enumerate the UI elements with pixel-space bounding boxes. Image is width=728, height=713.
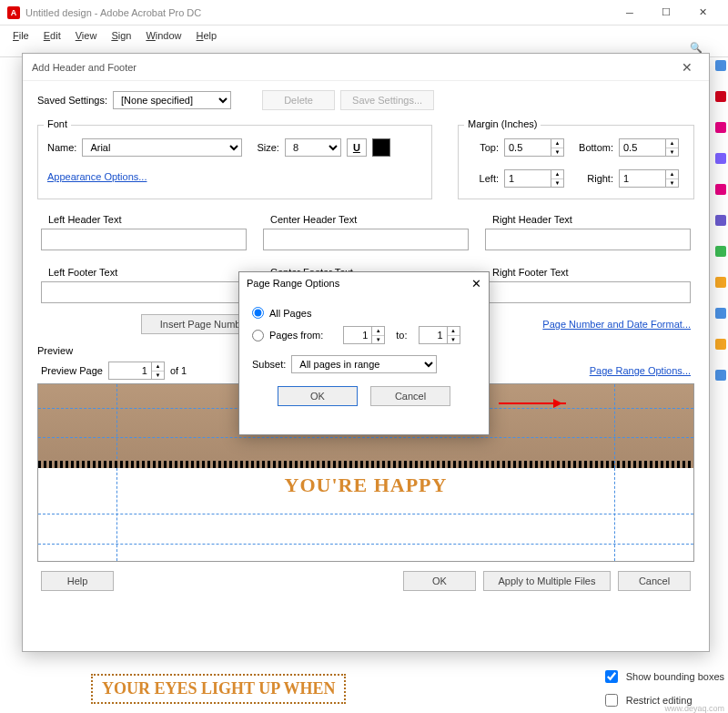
right-footer-label: Right Footer Text — [485, 267, 691, 278]
page-range-ok-button[interactable]: OK — [278, 386, 358, 406]
tool-icon[interactable] — [715, 184, 726, 195]
menu-window[interactable]: Window — [138, 28, 188, 43]
tool-icon[interactable] — [715, 122, 726, 133]
font-name-label: Name: — [47, 142, 76, 153]
menu-help[interactable]: Help — [189, 28, 225, 43]
font-color-button[interactable] — [372, 138, 390, 157]
menu-file[interactable]: File — [5, 28, 36, 43]
left-footer-input[interactable] — [41, 281, 247, 303]
pages-from-label: Pages from: — [269, 330, 323, 341]
margin-legend: Margin (Inches) — [464, 118, 541, 129]
tool-icon[interactable] — [715, 339, 726, 350]
all-pages-radio[interactable] — [252, 307, 264, 319]
pages-from-radio[interactable] — [252, 330, 264, 341]
pages-to-label: to: — [396, 330, 407, 341]
margin-right-label: Right: — [570, 173, 613, 184]
dialog-title: Add Header and Footer — [32, 62, 136, 73]
close-window-button[interactable]: ✕ — [684, 0, 721, 25]
menu-sign[interactable]: Sign — [104, 28, 138, 43]
show-bounding-checkbox[interactable]: Show bounding boxes — [602, 667, 724, 686]
menu-view[interactable]: View — [68, 28, 105, 43]
page-range-title: Page Range Options — [247, 278, 339, 289]
all-pages-label: All Pages — [269, 308, 311, 319]
spinner[interactable]: ▲▼ — [448, 326, 460, 344]
tool-icon[interactable] — [715, 91, 726, 102]
page-number-format-link[interactable]: Page Number and Date Format... — [542, 319, 691, 330]
left-header-label: Left Header Text — [41, 214, 247, 225]
margin-bottom-input[interactable] — [619, 138, 666, 157]
margin-left-input[interactable] — [504, 169, 551, 188]
tool-icon[interactable] — [715, 308, 726, 319]
left-footer-label: Left Footer Text — [41, 267, 247, 278]
subset-label: Subset: — [252, 359, 286, 370]
underline-button[interactable]: U — [347, 138, 367, 157]
tool-icon[interactable] — [715, 215, 726, 226]
preview-page-input[interactable] — [108, 362, 152, 380]
page-range-cancel-button[interactable]: Cancel — [370, 386, 450, 406]
tool-icon[interactable] — [715, 153, 726, 164]
margin-bottom-label: Bottom: — [570, 142, 613, 153]
help-button[interactable]: Help — [41, 571, 114, 591]
watermark: www.deyaq.com — [664, 704, 724, 713]
spinner[interactable]: ▲▼ — [551, 169, 564, 188]
right-footer-input[interactable] — [485, 281, 691, 303]
spinner[interactable]: ▲▼ — [152, 362, 165, 380]
right-header-label: Right Header Text — [485, 214, 691, 225]
page-range-options-link[interactable]: Page Range Options... — [590, 365, 691, 376]
spinner[interactable]: ▲▼ — [666, 169, 679, 188]
appearance-options-link[interactable]: Appearance Options... — [47, 171, 147, 182]
left-header-input[interactable] — [41, 229, 247, 250]
margin-right-input[interactable] — [619, 169, 666, 188]
page-range-dialog: Page Range Options ✕ All Pages Pages fro… — [238, 271, 490, 435]
tool-icon[interactable] — [715, 60, 726, 71]
annotation-arrow-icon — [499, 402, 566, 404]
close-dialog-button[interactable]: ✕ — [674, 56, 700, 78]
margin-top-label: Top: — [468, 142, 499, 153]
acrobat-logo-icon: A — [7, 6, 20, 19]
minimize-button[interactable]: ─ — [612, 0, 648, 25]
maximize-button[interactable]: ☐ — [648, 0, 684, 25]
preview-content-text: YOU'RE HAPPY — [285, 474, 448, 497]
right-tool-panel — [713, 56, 728, 603]
saved-settings-select[interactable]: [None specified] — [113, 91, 231, 109]
pages-to-input[interactable] — [419, 326, 448, 344]
window-title: Untitled design - Adobe Acrobat Pro DC — [25, 7, 201, 18]
save-settings-button: Save Settings... — [340, 90, 434, 110]
titlebar: A Untitled design - Adobe Acrobat Pro DC… — [0, 0, 728, 25]
tool-icon[interactable] — [715, 370, 726, 381]
apply-multiple-button[interactable]: Apply to Multiple Files — [483, 571, 611, 591]
center-header-label: Center Header Text — [263, 214, 469, 225]
preview-page-label: Preview Page — [41, 365, 103, 376]
spinner[interactable]: ▲▼ — [551, 138, 564, 157]
menubar: File Edit View Sign Window Help — [0, 25, 728, 45]
spinner[interactable]: ▲▼ — [666, 138, 679, 157]
font-size-label: Size: — [257, 142, 278, 153]
font-legend: Font — [44, 118, 71, 129]
center-header-input[interactable] — [263, 229, 469, 250]
margin-left-label: Left: — [468, 173, 499, 184]
ok-button[interactable]: OK — [403, 571, 476, 591]
background-text: YOUR EYES LIGHT UP WHEN — [91, 674, 346, 704]
pages-from-input[interactable] — [343, 326, 372, 344]
spinner[interactable]: ▲▼ — [372, 326, 385, 344]
tool-icon[interactable] — [715, 277, 726, 288]
saved-settings-label: Saved Settings: — [37, 95, 107, 106]
preview-of-label: of 1 — [170, 365, 187, 376]
font-size-select[interactable]: 8 — [285, 138, 341, 157]
font-name-select[interactable]: Arial — [82, 138, 242, 157]
margin-top-input[interactable] — [504, 138, 551, 157]
close-page-range-button[interactable]: ✕ — [471, 277, 481, 290]
delete-button: Delete — [262, 90, 335, 110]
cancel-button[interactable]: Cancel — [618, 571, 691, 591]
right-header-input[interactable] — [485, 229, 691, 250]
menu-edit[interactable]: Edit — [36, 28, 68, 43]
tool-icon[interactable] — [715, 246, 726, 257]
subset-select[interactable]: All pages in range — [291, 355, 437, 373]
